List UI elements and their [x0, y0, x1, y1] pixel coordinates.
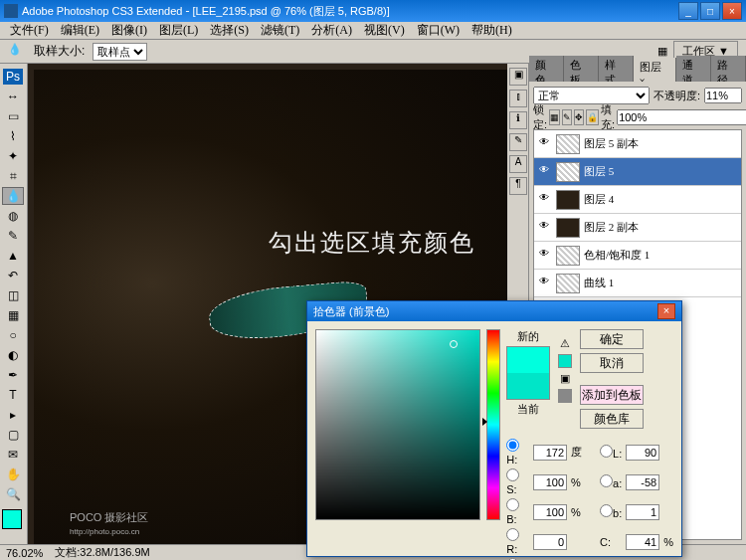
navigator-icon[interactable]: ▣	[509, 68, 527, 86]
gamut-swatch[interactable]	[558, 389, 572, 403]
cancel-button[interactable]: 取消	[580, 353, 644, 373]
lock-paint-icon[interactable]: ✎	[562, 109, 572, 125]
blur-tool[interactable]: ○	[2, 326, 24, 344]
l-radio[interactable]: L:	[600, 445, 622, 460]
menu-select[interactable]: 选择(S)	[204, 22, 255, 39]
path-select-tool[interactable]: ▸	[2, 406, 24, 424]
sample-size-label: 取样大小:	[34, 43, 85, 60]
menu-view[interactable]: 视图(V)	[358, 22, 411, 39]
sample-size-select[interactable]: 取样点	[93, 43, 147, 61]
a-radio[interactable]: a:	[600, 474, 622, 489]
zoom-level[interactable]: 76.02%	[6, 547, 43, 559]
ok-button[interactable]: 确定	[580, 329, 644, 349]
move-tool[interactable]: ↔	[2, 88, 24, 105]
notes-tool[interactable]: ✉	[2, 446, 24, 464]
menu-image[interactable]: 图像(I)	[105, 22, 153, 39]
minimize-button[interactable]: _	[678, 2, 698, 20]
menu-layer[interactable]: 图层(L)	[153, 22, 204, 39]
histogram-icon[interactable]: ⫿	[509, 90, 527, 107]
menu-help[interactable]: 帮助(H)	[466, 22, 518, 39]
lasso-tool[interactable]: ⌇	[2, 127, 24, 145]
h-radio[interactable]: H:	[506, 439, 529, 466]
menu-edit[interactable]: 编辑(E)	[55, 22, 105, 39]
hue-pointer[interactable]	[482, 418, 487, 426]
color-library-button[interactable]: 颜色库	[580, 409, 644, 429]
warning-icon[interactable]: ⚠	[560, 337, 570, 350]
visibility-icon[interactable]: 👁	[536, 192, 552, 208]
layer-thumb[interactable]	[556, 218, 580, 238]
color-preview[interactable]	[506, 346, 550, 400]
brushes-icon[interactable]: ✎	[509, 133, 527, 151]
eyedropper-tool[interactable]: 💧	[2, 187, 24, 205]
eraser-tool[interactable]: ◫	[2, 286, 24, 304]
s-field[interactable]	[533, 474, 567, 490]
a-field[interactable]	[626, 474, 659, 490]
zoom-tool[interactable]: 🔍	[2, 485, 24, 503]
c-field[interactable]	[626, 534, 659, 550]
menu-window[interactable]: 窗口(W)	[411, 22, 466, 39]
stamp-tool[interactable]: ▲	[2, 247, 24, 265]
brush-tool[interactable]: ✎	[2, 227, 24, 245]
dodge-tool[interactable]: ◐	[2, 346, 24, 364]
layer-thumb[interactable]	[556, 162, 580, 182]
r-radio[interactable]: R:	[506, 528, 529, 555]
fill-field[interactable]	[617, 109, 746, 125]
l-field[interactable]	[626, 445, 659, 461]
hand-tool[interactable]: ✋	[2, 466, 24, 483]
menu-filter[interactable]: 滤镜(T)	[255, 22, 305, 39]
info-icon[interactable]: ℹ	[509, 111, 527, 129]
closest-web-swatch[interactable]	[558, 354, 572, 368]
history-brush-tool[interactable]: ↶	[2, 267, 24, 284]
blend-mode-select[interactable]: 正常	[533, 87, 650, 104]
layer-row[interactable]: 👁图层 4	[534, 186, 741, 214]
menu-file[interactable]: 文件(F)	[4, 22, 55, 39]
maximize-button[interactable]: □	[700, 2, 720, 20]
character-icon[interactable]: A	[509, 155, 527, 173]
layer-row[interactable]: 👁图层 5	[534, 158, 741, 186]
menu-analysis[interactable]: 分析(A)	[305, 22, 358, 39]
cube-icon[interactable]: ▣	[560, 372, 570, 385]
lb-field[interactable]	[626, 504, 659, 520]
b-field[interactable]	[533, 504, 567, 520]
layer-thumb[interactable]	[556, 246, 580, 266]
h-field[interactable]	[533, 445, 567, 461]
marquee-tool[interactable]: ▭	[2, 107, 24, 125]
paragraph-icon[interactable]: ¶	[509, 177, 527, 195]
layer-row[interactable]: 👁曲线 1	[534, 270, 741, 297]
lock-transparency-icon[interactable]: ▦	[549, 109, 560, 125]
add-swatch-button[interactable]: 添加到色板	[580, 385, 644, 405]
dialog-titlebar[interactable]: 拾色器 (前景色) ×	[307, 301, 681, 321]
r-field[interactable]	[533, 534, 567, 550]
layer-thumb[interactable]	[556, 274, 580, 293]
lock-position-icon[interactable]: ✥	[574, 109, 584, 125]
layer-row[interactable]: 👁图层 5 副本	[534, 130, 741, 158]
layer-thumb[interactable]	[556, 190, 580, 210]
visibility-icon[interactable]: 👁	[536, 276, 552, 291]
visibility-icon[interactable]: 👁	[536, 164, 552, 180]
layer-row[interactable]: 👁色相/饱和度 1	[534, 242, 741, 270]
dialog-close-button[interactable]: ×	[657, 303, 675, 319]
pen-tool[interactable]: ✒	[2, 366, 24, 384]
layer-row[interactable]: 👁图层 2 副本	[534, 214, 741, 242]
s-radio[interactable]: S:	[506, 468, 529, 495]
gradient-tool[interactable]: ▦	[2, 306, 24, 324]
palette-well-icon[interactable]: ▦	[657, 45, 667, 58]
close-button[interactable]: ×	[722, 2, 742, 20]
type-tool[interactable]: T	[2, 386, 24, 404]
foreground-swatch[interactable]	[2, 509, 22, 529]
wand-tool[interactable]: ✦	[2, 147, 24, 165]
color-cursor[interactable]	[450, 340, 458, 348]
heal-tool[interactable]: ◍	[2, 207, 24, 225]
hue-slider[interactable]	[486, 329, 500, 520]
visibility-icon[interactable]: 👁	[536, 220, 552, 236]
saturation-field[interactable]	[315, 329, 480, 520]
visibility-icon[interactable]: 👁	[536, 248, 552, 264]
shape-tool[interactable]: ▢	[2, 426, 24, 444]
visibility-icon[interactable]: 👁	[536, 136, 552, 152]
b-radio[interactable]: B:	[506, 498, 529, 525]
crop-tool[interactable]: ⌗	[2, 167, 24, 185]
lock-all-icon[interactable]: 🔒	[586, 109, 599, 125]
opacity-field[interactable]	[704, 88, 742, 103]
layer-thumb[interactable]	[556, 134, 580, 154]
lb-radio[interactable]: b:	[600, 504, 622, 519]
